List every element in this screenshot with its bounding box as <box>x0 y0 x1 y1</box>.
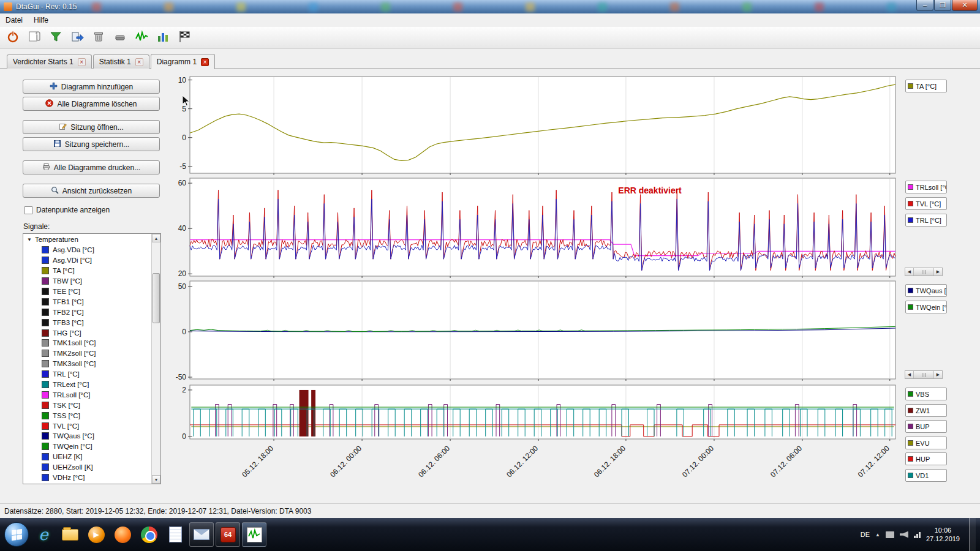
taskbar-internet-explorer-button[interactable]: e <box>31 522 56 547</box>
exit-button[interactable] <box>3 29 23 47</box>
show-datapoints-row[interactable]: Datenpunkte anzeigen <box>24 206 110 214</box>
charts-canvas[interactable]: 1050-5604020ERR deaktiviert500-502005.12… <box>170 72 905 496</box>
taskbar-dtagui-button[interactable] <box>242 522 266 547</box>
menu-item-hilfe[interactable]: Hilfe <box>28 14 54 26</box>
menu-item-datei[interactable]: Datei <box>0 14 28 26</box>
tree-item-tfb1-c[interactable]: TFB1 [°C] <box>23 296 160 307</box>
scroll-left-icon[interactable]: ◀ <box>905 371 914 378</box>
tree-item-asg-vda-c[interactable]: Asg.VDa [°C] <box>23 245 160 255</box>
minimize-button[interactable]: – <box>916 0 933 11</box>
tree-item-trlsoll-c[interactable]: TRLsoll [°C] <box>23 389 160 400</box>
tree-scrollbar[interactable]: ▲ ▼ <box>151 234 160 484</box>
legend-vbs[interactable]: VBS <box>905 388 947 400</box>
tree-item-uehzsoll-k[interactable]: UEHZsoll [K] <box>23 462 160 473</box>
import-button[interactable] <box>67 29 87 47</box>
scroll-thumb[interactable] <box>914 268 933 276</box>
legend-twqaus-c[interactable]: TWQaus [°C] <box>905 284 947 297</box>
scroll-left-icon[interactable]: ◀ <box>905 268 914 276</box>
tree-item-tfb3-c[interactable]: TFB3 [°C] <box>23 317 160 328</box>
diagramm-hinzuf-gen-button[interactable]: Diagramm hinzufügen <box>23 80 160 94</box>
volume-icon[interactable] <box>900 531 908 538</box>
taskbar-chrome-button[interactable] <box>137 522 161 547</box>
signal-tree[interactable]: ▼Temperaturen Asg.VDa [°C]Asg.VDi [°C]TA… <box>23 233 161 484</box>
taskbar-notepad-button[interactable] <box>163 522 187 547</box>
sitzung-ffnen-button[interactable]: Sitzung öffnen... <box>23 120 160 134</box>
hidden-icons-chevron-icon[interactable]: ▲ <box>875 532 880 538</box>
tree-group-temperaturen[interactable]: ▼Temperaturen <box>23 234 160 245</box>
filter-button[interactable] <box>46 29 66 47</box>
tree-item-twqaus-c[interactable]: TWQaus [°C] <box>23 431 160 441</box>
taskbar-firefox-button[interactable] <box>110 522 135 547</box>
statistics-button[interactable] <box>153 29 173 47</box>
taskbar-clock[interactable]: 10:06 27.12.2019 <box>926 526 960 544</box>
alle-diagramme-l-schen-button[interactable]: Alle Diagramme löschen <box>23 97 160 111</box>
tree-item-tsk-c[interactable]: TSK [°C] <box>23 400 160 410</box>
action-center-icon[interactable] <box>886 531 894 538</box>
legend-ta-c[interactable]: TA [°C] <box>905 80 947 92</box>
show-desktop-button[interactable] <box>969 518 976 551</box>
tree-scroll-down-button[interactable]: ▼ <box>152 475 160 484</box>
tree-item-tss-c[interactable]: TSS [°C] <box>23 410 160 421</box>
close-button[interactable]: ✕ <box>952 0 978 11</box>
svg-text:5: 5 <box>182 105 186 113</box>
heizkreis-chart-hscrollbar[interactable]: ◀ ▶ <box>905 268 943 276</box>
scroll-thumb[interactable] <box>914 371 933 378</box>
taskbar-explorer-button[interactable] <box>58 522 82 547</box>
tab-diagramm-1[interactable]: Diagramm 1× <box>151 54 215 69</box>
sitzung-speichern-button[interactable]: Sitzung speichern... <box>23 137 160 151</box>
tree-item-tfb2-c[interactable]: TFB2 [°C] <box>23 307 160 317</box>
scroll-right-icon[interactable]: ▶ <box>933 371 942 378</box>
tab-verdichter-starts-1[interactable]: Verdichter Starts 1× <box>7 54 92 69</box>
tree-item-tbw-c[interactable]: TBW [°C] <box>23 276 160 287</box>
legend-trlsoll-c[interactable]: TRLsoll [°C] <box>905 181 947 193</box>
maximize-button[interactable]: ❐ <box>934 0 951 11</box>
tree-item-thg-c[interactable]: THG [°C] <box>23 328 160 338</box>
taskbar-mail-button[interactable] <box>189 522 214 547</box>
tab-close-icon[interactable]: × <box>201 58 209 66</box>
tree-item-uehz-k[interactable]: UEHZ [K] <box>23 452 160 462</box>
tree-item-tmk3soll-c[interactable]: TMK3soll [°C] <box>23 359 160 369</box>
diagram-button[interactable] <box>132 29 151 47</box>
legend-zw1[interactable]: ZW1 <box>905 404 947 417</box>
language-indicator[interactable]: DE <box>861 531 870 538</box>
compressor-starts-icon <box>178 30 191 46</box>
clear-button[interactable] <box>110 29 130 47</box>
legend-evu[interactable]: EVU <box>905 437 947 449</box>
tree-item-trlext-c[interactable]: TRLext [°C] <box>23 380 160 390</box>
tree-item-vdhz-c[interactable]: VDHz [°C] <box>23 473 160 483</box>
alle-diagramme-drucken-button[interactable]: Alle Diagramme drucken... <box>23 160 160 174</box>
taskbar-media-player-button[interactable]: ▶ <box>84 522 108 547</box>
tree-item-trl-c[interactable]: TRL [°C] <box>23 369 160 380</box>
tree-item-ta-c[interactable]: TA [°C] <box>23 266 160 276</box>
legend-vd1[interactable]: VD1 <box>905 469 947 482</box>
tab-statistik-1[interactable]: Statistik 1× <box>93 54 149 69</box>
start-button[interactable] <box>4 522 29 547</box>
legend-tvl-c[interactable]: TVL [°C] <box>905 197 947 210</box>
tree-item-tvl-c[interactable]: TVL [°C] <box>23 421 160 431</box>
tree-item-tmk2soll-c[interactable]: TMK2soll [°C] <box>23 348 160 359</box>
taskbar-app-64-button[interactable]: 64 <box>216 522 240 547</box>
tree-item-tmk1soll-c[interactable]: TMK1soll [°C] <box>23 338 160 348</box>
quelle-chart-hscrollbar[interactable]: ◀ ▶ <box>905 370 943 379</box>
legend-trl-c[interactable]: TRL [°C] <box>905 214 947 227</box>
tree-item-asg-vdi-c[interactable]: Asg.VDi [°C] <box>23 255 160 266</box>
taskbar: e▶64 DE ▲ 10:06 27.12.2019 <box>0 518 980 551</box>
tree-item-tee-c[interactable]: TEE [°C] <box>23 287 160 297</box>
scroll-right-icon[interactable]: ▶ <box>933 268 942 276</box>
show-datapoints-checkbox[interactable] <box>24 206 32 214</box>
tree-scroll-thumb[interactable] <box>153 273 160 323</box>
title-bar[interactable]: DtaGui - Rev: 0.15 –❐✕ <box>0 0 980 13</box>
tab-close-icon[interactable]: × <box>135 58 143 66</box>
tree-scroll-up-button[interactable]: ▲ <box>152 234 160 242</box>
tree-item-twqein-c[interactable]: TWQein [°C] <box>23 441 160 452</box>
tab-close-icon[interactable]: × <box>78 58 86 66</box>
tree-expand-icon[interactable]: ▼ <box>27 237 32 242</box>
delete-button[interactable] <box>89 29 108 47</box>
legend-twqein-c[interactable]: TWQein [°C] <box>905 301 947 313</box>
legend-hup[interactable]: HUP <box>905 452 947 465</box>
ansicht-zur-cksetzen-button[interactable]: Ansicht zurücksetzen <box>23 184 160 198</box>
legend-bup[interactable]: BUP <box>905 420 947 433</box>
open-file-button[interactable] <box>24 29 44 47</box>
network-icon[interactable] <box>914 531 921 538</box>
compressor-starts-button[interactable] <box>175 29 194 47</box>
